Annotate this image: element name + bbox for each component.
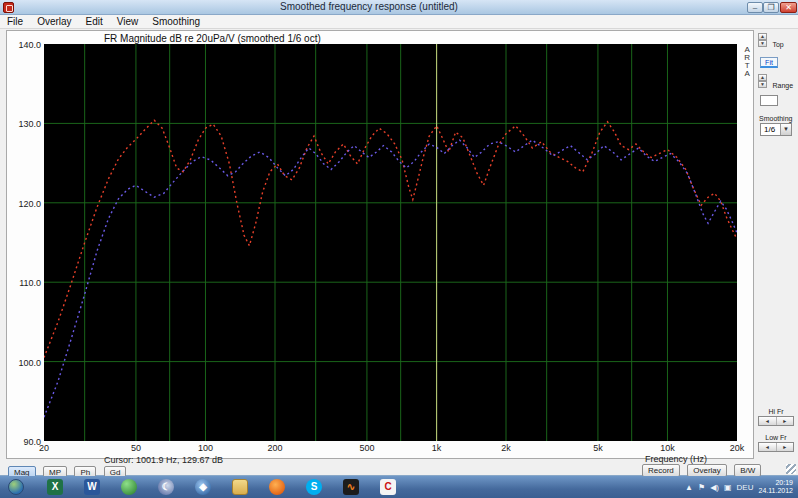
- tray-time: 20:19: [775, 479, 793, 486]
- tray-clock[interactable]: 20:19 24.11.2012: [758, 479, 796, 495]
- x-tick-label: 20: [39, 443, 49, 453]
- menu-smoothing[interactable]: Smoothing: [152, 16, 200, 27]
- volume-icon[interactable]: ◀): [710, 483, 719, 492]
- y-tick-label: 100.0: [7, 358, 41, 368]
- network-icon[interactable]: ▣: [724, 483, 732, 492]
- range-up-spinner[interactable]: ▲: [758, 74, 767, 81]
- smoothing-dropdown[interactable]: 1/6 ▼: [760, 123, 792, 136]
- crescent-moon-icon[interactable]: ☾: [152, 478, 180, 496]
- range-group: ▲ ▼ Range: [758, 74, 796, 110]
- explorer-folder-icon[interactable]: [226, 478, 254, 496]
- low-fr-group: Low Fr ◂ ▸: [758, 434, 794, 452]
- skype-icon[interactable]: S: [300, 478, 328, 496]
- excel-taskbar-icon[interactable]: X: [41, 478, 69, 496]
- menu-view[interactable]: View: [117, 16, 139, 27]
- system-tray: ▲ ⚑ ◀) ▣ DEU 20:19 24.11.2012: [685, 476, 796, 498]
- hi-fr-right-arrow[interactable]: ▸: [777, 417, 794, 425]
- tray-date: 24.11.2012: [758, 487, 793, 494]
- fr-magnitude-plot[interactable]: [44, 44, 737, 441]
- y-tick-label: 140.0: [7, 40, 41, 50]
- x-tick-label: 50: [131, 443, 141, 453]
- close-button[interactable]: ✕: [780, 2, 797, 13]
- red-c-app-icon[interactable]: C: [374, 478, 402, 496]
- low-fr-label: Low Fr: [758, 434, 794, 441]
- x-tick-label: 1k: [432, 443, 442, 453]
- smoothing-group: Smoothing 1/6 ▼: [758, 115, 796, 136]
- y-tick-label: 130.0: [7, 119, 41, 129]
- low-fr-right-arrow[interactable]: ▸: [777, 443, 794, 451]
- window-title: Smoothed frequency response (untitled): [0, 1, 738, 12]
- x-tick-label: 500: [359, 443, 374, 453]
- arta-taskbar-icon[interactable]: ∿: [337, 478, 365, 496]
- x-tick-label: 2k: [501, 443, 511, 453]
- right-control-panel: ▲ ▼ Top Fit ▲ ▼ Range Smoothing 1/6 ▼ Hi…: [756, 30, 796, 460]
- green-sphere-icon[interactable]: [115, 478, 143, 496]
- taskbar: X W ☾ ◈ S ∿ C ▲ ⚑ ◀) ▣ DEU 20:19 24.11.2…: [0, 476, 798, 498]
- title-bar[interactable]: Smoothed frequency response (untitled) –…: [0, 0, 798, 15]
- menu-file[interactable]: File: [7, 16, 23, 27]
- maximize-button[interactable]: ❐: [763, 2, 779, 13]
- minimize-button[interactable]: –: [747, 2, 763, 13]
- y-tick-label: 90.0: [7, 437, 41, 447]
- arta-watermark: A R T A: [744, 46, 750, 78]
- y-tick-label: 110.0: [7, 278, 41, 288]
- x-tick-label: 10k: [660, 443, 675, 453]
- smoothing-label: Smoothing: [759, 115, 796, 122]
- hi-fr-left-arrow[interactable]: ◂: [759, 417, 777, 425]
- globe-compass-icon[interactable]: ◈: [189, 478, 217, 496]
- smoothing-value: 1/6: [764, 125, 775, 134]
- menu-edit[interactable]: Edit: [86, 16, 103, 27]
- word-taskbar-icon[interactable]: W: [78, 478, 106, 496]
- range-label: Range: [772, 82, 793, 89]
- low-fr-scroller[interactable]: ◂ ▸: [758, 442, 794, 452]
- y-tick-label: 120.0: [7, 199, 41, 209]
- range-down-spinner[interactable]: ▼: [758, 81, 767, 88]
- range-value-box[interactable]: [760, 95, 778, 106]
- app-window: Smoothed frequency response (untitled) –…: [0, 0, 798, 476]
- measurement-red-curve: [44, 120, 737, 357]
- chevron-down-icon[interactable]: ▼: [780, 124, 791, 135]
- hi-fr-scroller[interactable]: ◂ ▸: [758, 416, 794, 426]
- chart-title: FR Magnitude dB re 20uPa/V (smoothed 1/6…: [104, 33, 321, 44]
- hi-fr-group: Hi Fr ◂ ▸: [758, 408, 794, 426]
- top-label: Top: [772, 41, 783, 48]
- graph-panel: FR Magnitude dB re 20uPa/V (smoothed 1/6…: [6, 30, 754, 459]
- top-down-spinner[interactable]: ▼: [758, 40, 767, 47]
- x-tick-label: 20k: [730, 443, 745, 453]
- top-group: ▲ ▼ Top Fit: [758, 33, 796, 69]
- low-fr-left-arrow[interactable]: ◂: [759, 443, 777, 451]
- x-tick-label: 100: [198, 443, 213, 453]
- menu-bar: File Overlay Edit View Smoothing: [0, 15, 798, 29]
- x-tick-label: 5k: [593, 443, 603, 453]
- firefox-icon[interactable]: [263, 478, 291, 496]
- hi-fr-label: Hi Fr: [758, 408, 794, 415]
- menu-overlay[interactable]: Overlay: [37, 16, 71, 27]
- action-center-flag-icon[interactable]: ⚑: [698, 483, 705, 492]
- hidden-icons-chevron[interactable]: ▲: [685, 483, 693, 492]
- language-indicator[interactable]: DEU: [737, 483, 754, 492]
- start-button[interactable]: [8, 479, 24, 495]
- measurement-blue-curve: [44, 140, 737, 417]
- fit-button[interactable]: Fit: [760, 57, 778, 68]
- x-tick-label: 200: [267, 443, 282, 453]
- top-up-spinner[interactable]: ▲: [758, 33, 767, 40]
- resize-grip[interactable]: [786, 464, 796, 474]
